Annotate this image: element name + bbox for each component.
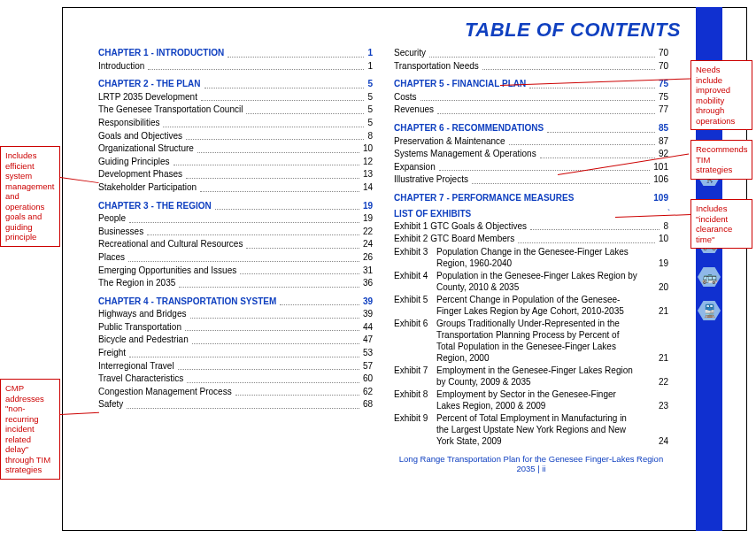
toc-entry: Security70 bbox=[394, 47, 668, 60]
toc-entry: Businesses22 bbox=[98, 226, 373, 239]
toc-label: CHAPTER 7 - PERFORMANCE MEASURES bbox=[394, 192, 574, 205]
leader-dots bbox=[174, 165, 359, 165]
toc-columns: CHAPTER 1 - INTRODUCTION1Introduction1CH… bbox=[98, 47, 734, 473]
rail-icon: 🚆 bbox=[698, 301, 721, 320]
leader-dots bbox=[197, 152, 359, 153]
page-number: 70 bbox=[659, 47, 668, 60]
toc-entry: Freight53 bbox=[98, 347, 373, 360]
leader-dots bbox=[186, 139, 364, 140]
leader-dots bbox=[163, 127, 364, 127]
toc-entry: Systems Management & Operations92 bbox=[394, 148, 668, 161]
chapter-heading: CHAPTER 1 - INTRODUCTION1 bbox=[98, 47, 373, 60]
page-number: 77 bbox=[659, 104, 668, 117]
toc-label: LRTP 2035 Development bbox=[98, 91, 197, 104]
exhibit-entry: Exhibit 2 GTC Board Members10 bbox=[394, 233, 668, 246]
leader-dots bbox=[200, 191, 359, 192]
leader-dots bbox=[129, 357, 359, 357]
toc-label: Travel Characteristics bbox=[98, 373, 183, 386]
page-number: 68 bbox=[363, 398, 373, 411]
exhibit-text: Population in the Genesee-Finger Lakes R… bbox=[436, 270, 642, 293]
toc-entry: Interregional Travel57 bbox=[98, 360, 373, 373]
toc-label: Recreational and Cultural Resources bbox=[98, 238, 243, 251]
toc-entry: Travel Characteristics60 bbox=[98, 373, 373, 386]
footer-citation: Long Range Transportation Plan for the G… bbox=[394, 454, 668, 473]
page-number: 36 bbox=[363, 277, 373, 290]
page-number: 26 bbox=[363, 251, 373, 265]
leader-dots bbox=[509, 144, 655, 145]
exhibit-entry: Exhibit 4Population in the Genesee-Finge… bbox=[394, 270, 668, 293]
chapter-heading: CHAPTER 6 - RECOMMENDATIONS85 bbox=[394, 122, 668, 135]
toc-entry: Bicycle and Pedestrian47 bbox=[98, 334, 373, 347]
page-number: 106 bbox=[653, 173, 668, 187]
exhibit-text: Percent Change in Population of the Gene… bbox=[436, 294, 642, 317]
page-number: 57 bbox=[363, 360, 373, 373]
exhibit-entry: Exhibit 8Employment by Sector in the Gen… bbox=[394, 388, 668, 411]
page-number: 21 bbox=[642, 352, 668, 364]
exhibit-number: Exhibit 6 bbox=[394, 318, 436, 329]
toc-label: Safety bbox=[98, 398, 123, 411]
exhibit-number: Exhibit 4 bbox=[394, 270, 436, 281]
page-number: 5 bbox=[367, 104, 373, 117]
leader-dots bbox=[530, 229, 660, 230]
toc-label: CHAPTER 4 - TRANSPORTATION SYSTEM bbox=[98, 296, 276, 309]
exhibit-entry: Exhibit 3Population Change in the Genese… bbox=[394, 246, 668, 269]
leader-dots bbox=[439, 170, 651, 171]
leader-dots bbox=[235, 395, 359, 396]
toc-entry: The Region in 203536 bbox=[98, 277, 373, 290]
page-number: 87 bbox=[659, 135, 668, 149]
toc-label: Stakeholder Participation bbox=[98, 181, 197, 195]
toc-entry: Congestion Management Process62 bbox=[98, 386, 373, 399]
toc-entry: Recreational and Cultural Resources24 bbox=[98, 238, 373, 251]
toc-label: Freight bbox=[98, 347, 126, 360]
toc-column-right: Security70Transportation Needs70CHAPTER … bbox=[394, 47, 668, 473]
toc-label: Interregional Travel bbox=[98, 360, 174, 373]
toc-label: Goals and Objectives bbox=[98, 130, 182, 143]
page-number: 20 bbox=[642, 281, 668, 293]
leader-dots bbox=[518, 242, 655, 243]
leader-dots bbox=[429, 57, 655, 58]
page-number: 14 bbox=[363, 181, 373, 195]
callout-clearance-time: Includes "incident clearance time" bbox=[690, 199, 752, 249]
toc-entry: Responsibilities5 bbox=[98, 117, 373, 130]
exhibit-entry: Exhibit 5Percent Change in Population of… bbox=[394, 294, 668, 317]
page-number: 19 bbox=[363, 200, 373, 213]
leader-dots bbox=[179, 287, 359, 288]
toc-label: Revenues bbox=[394, 104, 434, 117]
page-number: 22 bbox=[642, 376, 668, 388]
leader-dots bbox=[547, 132, 655, 133]
callout-mobility-ops: Needs include improved mobility through … bbox=[690, 60, 752, 130]
asterisk-mark: ` bbox=[667, 209, 670, 219]
leader-dots bbox=[240, 273, 359, 274]
page-number: 1 bbox=[367, 47, 373, 60]
leader-dots bbox=[482, 69, 655, 70]
page-frame: TABLE OF CONTENTS CHAPTER 1 - INTRODUCTI… bbox=[62, 7, 747, 531]
toc-label: Illustrative Projects bbox=[394, 173, 468, 187]
toc-label: CHAPTER 6 - RECOMMENDATIONS bbox=[394, 122, 544, 135]
leader-dots bbox=[147, 234, 359, 235]
exhibit-entry: Exhibit 9Percent of Total Employment in … bbox=[394, 412, 668, 447]
page-number: 62 bbox=[363, 386, 373, 399]
chapter-heading: CHAPTER 3 - THE REGION19 bbox=[98, 200, 373, 213]
leader-dots bbox=[420, 100, 655, 101]
toc-entry: Public Transportation44 bbox=[98, 321, 373, 334]
toc-entry: Costs75 bbox=[394, 91, 668, 104]
toc-label: Highways and Bridges bbox=[98, 308, 187, 321]
page-number: 31 bbox=[363, 265, 373, 278]
toc-label: People bbox=[98, 212, 126, 226]
exhibit-label: Exhibit 2 GTC Board Members bbox=[394, 233, 514, 246]
exhibit-entry: Exhibit 7Employment in the Genesee-Finge… bbox=[394, 365, 668, 388]
toc-label: Costs bbox=[394, 91, 417, 104]
page-number: 60 bbox=[363, 373, 373, 386]
page-number: 39 bbox=[363, 308, 373, 321]
page-number: 22 bbox=[363, 226, 373, 239]
exhibit-number: Exhibit 5 bbox=[394, 294, 436, 305]
page-number: 70 bbox=[659, 60, 668, 73]
leader-dots bbox=[129, 222, 359, 223]
toc-label: CHAPTER 1 - INTRODUCTION bbox=[98, 47, 224, 60]
toc-entry: Transportation Needs70 bbox=[394, 60, 668, 73]
leader-dots bbox=[472, 183, 650, 184]
page-number: 13 bbox=[363, 168, 373, 181]
leader-dots bbox=[201, 100, 365, 101]
leader-dots bbox=[246, 248, 359, 249]
exhibit-entry: Exhibit 1 GTC Goals & Objectives8 bbox=[394, 220, 668, 234]
